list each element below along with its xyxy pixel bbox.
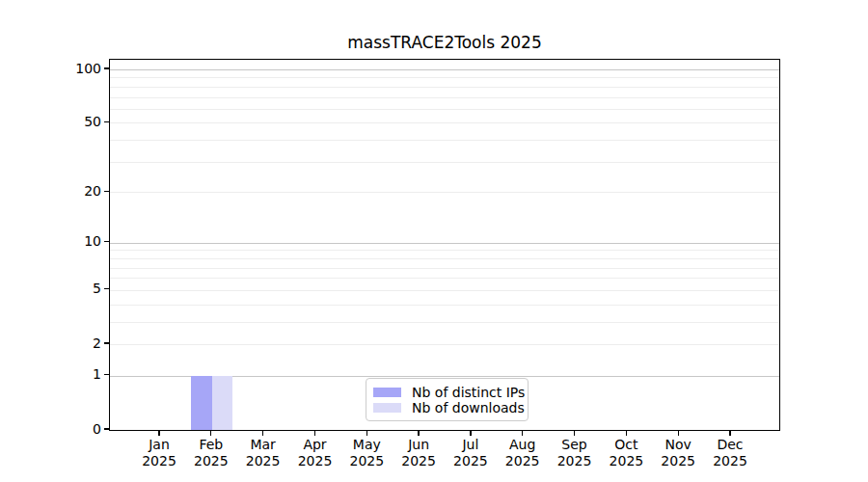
- x-tick-mark: [158, 431, 159, 436]
- y-minor-gridline: [110, 268, 779, 269]
- y-minor-gridline: [110, 97, 779, 98]
- y-minor-gridline: [110, 109, 779, 110]
- y-minor-gridline: [110, 192, 779, 193]
- legend-label-downloads: Nb of downloads: [412, 400, 525, 415]
- legend: Nb of distinct IPs Nb of downloads: [366, 378, 529, 421]
- x-tick-mark: [522, 431, 523, 436]
- bar-nb-of-downloads-feb: [212, 376, 233, 430]
- x-tick-mark: [210, 431, 211, 436]
- y-tick-label: 0: [14, 422, 101, 437]
- x-tick-mark: [314, 431, 315, 436]
- y-tick-mark: [104, 67, 109, 68]
- x-tick-label-dec: Dec2025: [699, 437, 761, 469]
- y-tick-mark: [104, 191, 109, 192]
- y-tick-mark: [104, 121, 109, 122]
- legend-label-distinct-ips: Nb of distinct IPs: [412, 385, 525, 400]
- x-tick-mark: [418, 431, 419, 436]
- y-minor-gridline: [110, 258, 779, 259]
- x-tick-mark: [574, 431, 575, 436]
- chart-title: massTRACE2Tools 2025: [109, 33, 780, 52]
- x-tick-mark: [626, 431, 627, 436]
- bar-nb-of-distinct-ips-feb: [191, 376, 212, 430]
- y-tick-label: 100: [14, 62, 101, 76]
- y-minor-gridline: [110, 122, 779, 123]
- y-tick-mark: [104, 342, 109, 343]
- plot-area: Nb of distinct IPs Nb of downloads: [109, 59, 780, 431]
- y-minor-gridline: [110, 87, 779, 88]
- legend-swatch-distinct-ips: [373, 388, 401, 397]
- y-minor-gridline: [110, 290, 779, 291]
- y-tick-label: 2: [14, 336, 101, 351]
- y-minor-gridline: [110, 344, 779, 345]
- y-tick-label: 20: [14, 184, 101, 199]
- y-major-gridline: [110, 243, 779, 244]
- y-tick-label: 10: [14, 234, 101, 249]
- figure: massTRACE2Tools 2025 Nb of distinct IPs …: [0, 0, 868, 482]
- y-minor-gridline: [110, 77, 779, 78]
- y-minor-gridline: [110, 305, 779, 306]
- y-minor-gridline: [110, 278, 779, 279]
- legend-swatch-downloads: [373, 403, 401, 413]
- y-minor-gridline: [110, 140, 779, 141]
- x-tick-mark: [678, 431, 679, 436]
- y-tick-mark: [104, 241, 109, 242]
- y-minor-gridline: [110, 322, 779, 323]
- y-minor-gridline: [110, 250, 779, 251]
- y-major-gridline: [110, 69, 779, 70]
- x-tick-mark: [366, 431, 367, 436]
- x-tick-mark: [470, 431, 471, 436]
- y-minor-gridline: [110, 162, 779, 163]
- y-tick-mark: [104, 288, 109, 289]
- y-tick-mark: [104, 428, 109, 429]
- y-tick-mark: [104, 374, 109, 375]
- y-tick-label: 50: [14, 115, 101, 129]
- y-tick-label: 1: [14, 367, 101, 382]
- legend-item-distinct-ips: Nb of distinct IPs: [373, 385, 520, 400]
- x-tick-mark: [729, 431, 730, 436]
- x-tick-mark: [262, 431, 263, 436]
- legend-item-downloads: Nb of downloads: [373, 400, 520, 415]
- y-tick-label: 5: [14, 281, 101, 296]
